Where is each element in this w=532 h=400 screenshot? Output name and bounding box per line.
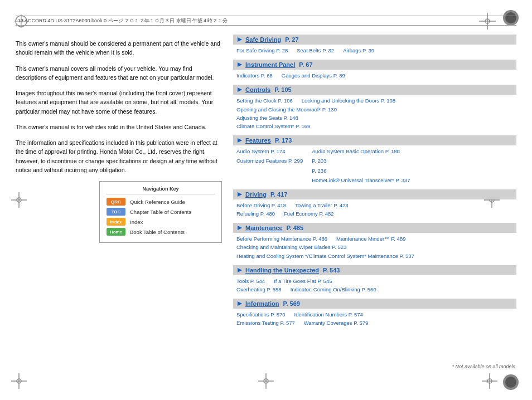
corner-bottom-center (257, 372, 275, 390)
driving-link-2[interactable]: Towing a Trailer P. 423 (295, 201, 348, 209)
safe-driving-link-3[interactable]: Airbags P. 39 (343, 46, 374, 55)
toc-label: Chapter Table of Contents (130, 209, 191, 215)
nav-key-box: Navigation Key QRC Quick Reference Guide… (99, 181, 222, 243)
features-title[interactable]: Features (245, 137, 271, 144)
svg-marker-29 (238, 192, 242, 197)
features-body: Audio System P. 174 Customized Features … (233, 145, 516, 186)
instrument-link-2[interactable]: Gauges and Displays P. 89 (282, 71, 345, 80)
section-header-controls: Controls P. 105 (233, 85, 516, 95)
section-header-handling: Handling the Unexpected P. 543 (233, 265, 516, 275)
driving-link-1[interactable]: Before Driving P. 418 (236, 201, 286, 209)
information-title[interactable]: Information (245, 300, 279, 307)
arrow-icon-controls (236, 86, 243, 93)
safe-driving-link-1[interactable]: For Safe Driving P. 28 (236, 46, 288, 55)
information-link-3[interactable]: Emissions Testing P. 577 (236, 319, 295, 327)
features-link-6[interactable]: HomeLink® Universal Transceiver* P. 337 (312, 176, 410, 184)
paragraph-1: This owner's manual should be considered… (16, 39, 222, 57)
qrc-badge: QRC (107, 198, 125, 206)
nav-key-home[interactable]: Home Book Table of Contents (107, 228, 215, 236)
controls-link-3[interactable]: Opening and Closing the Moonroof* P. 130 (236, 106, 337, 113)
arrow-icon-instrument (236, 61, 243, 68)
nav-key-toc[interactable]: TOC Chapter Table of Contents (107, 208, 215, 216)
features-page: P. 173 (273, 137, 292, 144)
section-header-features: Features P. 173 (233, 135, 516, 145)
controls-link-5[interactable]: Climate Control System* P. 169 (236, 123, 310, 129)
features-link-2[interactable]: Audio System Basic Operation P. 180 (312, 147, 410, 155)
information-link-4[interactable]: Warranty Coverages P. 579 (304, 319, 369, 327)
qrc-label: Quick Reference Guide (130, 199, 185, 205)
paragraph-5: The information and specifications inclu… (16, 138, 222, 174)
handling-link-2[interactable]: If a Tire Goes Flat P. 545 (274, 277, 332, 285)
section-features: Features P. 173 Audio System P. 174 Cust… (233, 135, 516, 186)
svg-marker-30 (238, 226, 242, 230)
controls-link-1[interactable]: Setting the Clock P. 106 (236, 96, 293, 105)
handling-link-4[interactable]: Indicator, Coming On/Blinking P. 560 (291, 285, 376, 294)
paragraph-3: Images throughout this owner's manual (i… (16, 89, 222, 116)
maintenance-link-1[interactable]: Before Performing Maintenance P. 486 (236, 235, 327, 243)
footnote: * Not available on all models (452, 364, 515, 369)
instrument-panel-title[interactable]: Instrument Panel (245, 61, 295, 68)
maintenance-body: Before Performing Maintenance P. 486 Mai… (233, 233, 516, 262)
arrow-icon-handling (236, 267, 243, 274)
section-handling: Handling the Unexpected P. 543 Tools P. … (233, 265, 516, 295)
safe-driving-body: For Safe Driving P. 28 Seat Belts P. 32 … (233, 45, 516, 56)
driving-body: Before Driving P. 418 Towing a Trailer P… (233, 199, 516, 219)
handling-page: P. 543 (321, 267, 340, 274)
driving-title[interactable]: Driving (245, 191, 267, 198)
svg-marker-28 (238, 138, 242, 143)
index-badge: Index (107, 218, 125, 226)
section-header-driving: Driving P. 417 (233, 189, 516, 199)
nav-key-qrc[interactable]: QRC Quick Reference Guide (107, 198, 215, 206)
controls-title[interactable]: Controls (245, 86, 270, 93)
safe-driving-page: P. 27 (283, 36, 298, 43)
controls-link-4[interactable]: Adjusting the Seats P. 148 (236, 115, 298, 121)
maintenance-link-3[interactable]: Checking and Maintaining Wiper Blades P.… (236, 244, 346, 250)
section-safe-driving: Safe Driving P. 27 For Safe Driving P. 2… (233, 35, 516, 56)
main-content: This owner's manual should be considered… (16, 33, 516, 372)
arrow-icon-maintenance (236, 225, 243, 231)
nav-key-index[interactable]: Index Index (107, 218, 215, 226)
maintenance-page: P. 485 (285, 225, 303, 231)
svg-marker-32 (238, 301, 242, 306)
maintenance-title[interactable]: Maintenance (245, 225, 283, 231)
features-link-4: P. 203 (312, 157, 410, 165)
corner-bottom-left (10, 372, 28, 390)
features-link-3[interactable]: Customized Features P. 299 (236, 157, 303, 165)
arrow-icon-features (236, 137, 243, 144)
driving-page: P. 417 (269, 191, 287, 198)
home-badge: Home (107, 228, 125, 236)
handling-link-1[interactable]: Tools P. 544 (236, 277, 265, 285)
paragraph-2: This owner's manual covers all models of… (16, 64, 222, 82)
left-column: This owner's manual should be considered… (16, 33, 222, 372)
features-link-5: P. 236 (312, 167, 410, 175)
information-page: P. 569 (282, 300, 300, 307)
arrow-icon-information (236, 300, 243, 307)
arrow-icon-driving (236, 191, 243, 198)
driving-link-3[interactable]: Refueling P. 480 (236, 209, 275, 218)
information-link-1[interactable]: Specifications P. 570 (236, 310, 286, 319)
maintenance-link-4[interactable]: Heating and Cooling System */Climate Con… (236, 253, 414, 259)
instrument-link-1[interactable]: Indicators P. 68 (236, 71, 273, 80)
safe-driving-link-2[interactable]: Seat Belts P. 32 (297, 46, 334, 55)
safe-driving-title[interactable]: Safe Driving (245, 36, 281, 43)
svg-marker-27 (238, 87, 242, 92)
toc-badge: TOC (107, 208, 125, 216)
handling-body: Tools P. 544 If a Tire Goes Flat P. 545 … (233, 275, 516, 295)
section-driving: Driving P. 417 Before Driving P. 418 Tow… (233, 189, 516, 219)
features-link-1[interactable]: Audio System P. 174 (236, 147, 303, 155)
information-link-2[interactable]: Identification Numbers P. 574 (294, 310, 363, 319)
section-header-instrument: Instrument Panel P. 67 (233, 60, 516, 70)
handling-link-3[interactable]: Overheating P. 558 (236, 285, 282, 294)
corner-bottom-right-cross (481, 372, 499, 390)
header-text: 13 ACCORD 4D US-31T2A6000.book 0 ページ ２０１… (18, 17, 228, 25)
maintenance-link-2[interactable]: Maintenance Minder™ P. 489 (336, 235, 405, 243)
handling-title[interactable]: Handling the Unexpected (245, 267, 319, 274)
section-instrument-panel: Instrument Panel P. 67 Indicators P. 68 … (233, 60, 516, 81)
controls-link-2[interactable]: Locking and Unlocking the Doors P. 108 (302, 96, 395, 105)
instrument-panel-page: P. 67 (297, 61, 312, 68)
right-column: Safe Driving P. 27 For Safe Driving P. 2… (233, 33, 516, 372)
svg-marker-26 (238, 62, 242, 67)
section-header-information: Information P. 569 (233, 299, 516, 309)
driving-link-4[interactable]: Fuel Economy P. 482 (284, 209, 334, 218)
controls-body: Setting the Clock P. 106 Locking and Unl… (233, 95, 516, 132)
